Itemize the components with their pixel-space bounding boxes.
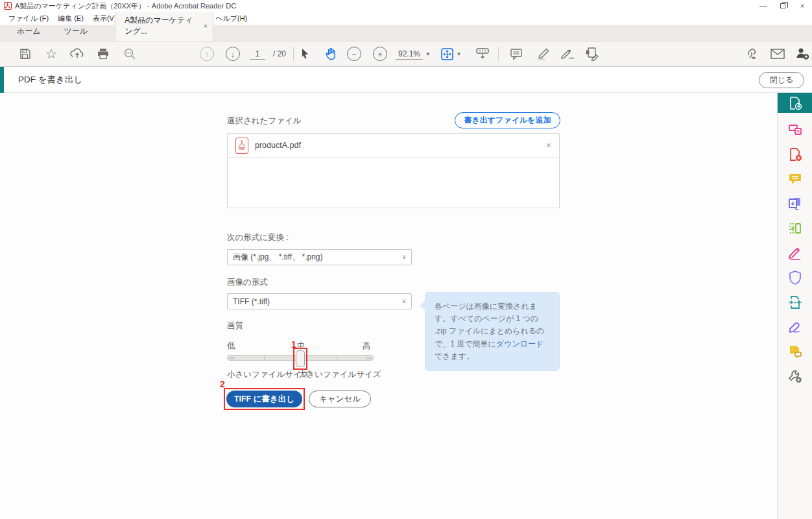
sidebar-combine-files-icon[interactable] bbox=[778, 191, 812, 216]
info-tooltip: 各ページは画像に変換されます。すべてのページが 1 つの .zip ファイルにま… bbox=[425, 292, 560, 371]
save-icon[interactable] bbox=[18, 42, 32, 66]
convert-format-label: 次の形式に変換 : bbox=[227, 232, 289, 243]
star-icon[interactable]: ☆ bbox=[43, 42, 60, 66]
panel-close-button[interactable]: 閉じる bbox=[759, 72, 804, 88]
export-pdf-panel: 選択されたファイル 書き出すファイルを追加 人PDF productA.pdf … bbox=[0, 93, 812, 519]
chevron-down-icon: ˅ bbox=[402, 298, 406, 305]
share-link-icon[interactable] bbox=[741, 42, 760, 66]
page-number-input[interactable]: 1 bbox=[248, 42, 267, 66]
cancel-button[interactable]: キャンセル bbox=[309, 391, 371, 407]
export-pdf-header: PDF を書き出し 閉じる bbox=[0, 67, 812, 93]
tab-bar: ホーム ツール A製品のマーケティング... × bbox=[0, 25, 812, 42]
zoom-level-select[interactable]: 92.1%▼ bbox=[394, 42, 432, 66]
file-row[interactable]: 人PDF productA.pdf × bbox=[228, 134, 559, 158]
image-format-select[interactable]: TIFF (*.tiff) ˅ bbox=[227, 293, 412, 309]
image-format-value: TIFF (*.tiff) bbox=[233, 297, 270, 306]
slider-low-label: 低 bbox=[227, 341, 235, 352]
highlight-icon[interactable] bbox=[534, 42, 553, 66]
minimize-button[interactable] bbox=[754, 0, 773, 12]
pdf-file-icon: 人PDF bbox=[235, 138, 248, 154]
previous-page-icon[interactable]: ↑ bbox=[199, 42, 215, 66]
step-1-highlight-rect bbox=[293, 348, 307, 370]
small-file-label: 小さいファイルサイズ bbox=[227, 369, 310, 380]
sidebar-create-pdf-icon[interactable] bbox=[778, 142, 812, 167]
tab-home[interactable]: ホーム bbox=[5, 23, 53, 41]
share-upload-icon[interactable] bbox=[69, 42, 86, 66]
close-button[interactable]: × bbox=[793, 0, 812, 12]
selected-files-label: 選択されたファイル bbox=[227, 115, 302, 127]
scrolling-mode-icon[interactable] bbox=[473, 42, 492, 66]
tools-sidebar bbox=[777, 93, 812, 519]
accent-bar bbox=[0, 67, 4, 93]
tab-close-icon[interactable]: × bbox=[204, 22, 208, 30]
sidebar-organize-pages-icon[interactable] bbox=[778, 216, 812, 241]
sidebar-comment-icon[interactable] bbox=[778, 167, 812, 191]
sign-pen-icon[interactable] bbox=[558, 42, 577, 66]
zoom-in-icon[interactable]: + bbox=[372, 42, 388, 66]
window-title: A製品のマーケティング計画（20XX年） - Adobe Acrobat Rea… bbox=[15, 1, 236, 11]
step-2-highlight-rect bbox=[224, 388, 305, 410]
add-files-button[interactable]: 書き出すファイルを追加 bbox=[455, 112, 560, 128]
sidebar-certificates-icon[interactable] bbox=[778, 315, 812, 339]
main-toolbar: ☆ ↑ ↓ 1 / 20 − + 92.1%▼ ▼ bbox=[0, 42, 812, 67]
convert-format-select[interactable]: 画像 (*.jpg、 *.tiff、 *.png) ˅ bbox=[227, 249, 412, 265]
next-page-icon[interactable]: ↓ bbox=[225, 42, 241, 66]
convert-format-value: 画像 (*.jpg、 *.tiff、 *.png) bbox=[233, 252, 323, 263]
sidebar-more-tools-icon[interactable] bbox=[778, 364, 812, 389]
chevron-down-icon: ˅ bbox=[402, 254, 406, 261]
tooltip-link-text: ダウンロード bbox=[496, 339, 543, 348]
quality-label: 画質 bbox=[227, 320, 243, 332]
fit-page-icon[interactable]: ▼ bbox=[440, 42, 462, 66]
zoom-out-icon[interactable]: − bbox=[346, 42, 362, 66]
tooltip-text-end: できます。 bbox=[435, 352, 474, 361]
sidebar-fill-sign-icon[interactable] bbox=[778, 241, 812, 265]
fill-sign-icon[interactable] bbox=[582, 42, 602, 66]
sidebar-compress-pdf-icon[interactable] bbox=[778, 290, 812, 315]
title-bar: 人 A製品のマーケティング計画（20XX年） - Adobe Acrobat R… bbox=[0, 0, 812, 12]
menu-help[interactable]: ヘルプ(H) bbox=[211, 12, 252, 25]
large-file-label: 大きいファイルサイズ bbox=[298, 369, 381, 380]
tab-tools[interactable]: ツール bbox=[53, 23, 100, 41]
hand-tool-icon[interactable] bbox=[322, 42, 340, 66]
sidebar-edit-pdf-icon[interactable] bbox=[778, 117, 812, 142]
sidebar-send-comments-icon[interactable] bbox=[778, 339, 812, 364]
email-icon[interactable] bbox=[768, 42, 787, 66]
sidebar-protect-icon[interactable] bbox=[778, 265, 812, 290]
image-format-label: 画像の形式 bbox=[227, 277, 268, 288]
page-count-label: / 20 bbox=[270, 42, 289, 66]
file-name: productA.pdf bbox=[255, 141, 546, 150]
selected-files-list: 人PDF productA.pdf × bbox=[227, 133, 560, 208]
remove-file-icon[interactable]: × bbox=[546, 140, 551, 151]
tab-document[interactable]: A製品のマーケティング... × bbox=[115, 12, 213, 41]
restore-button[interactable] bbox=[773, 0, 793, 12]
slider-high-label: 高 bbox=[363, 341, 371, 352]
acrobat-app-icon: 人 bbox=[4, 2, 12, 10]
tab-document-label: A製品のマーケティング... bbox=[125, 15, 200, 37]
select-tool-icon[interactable] bbox=[297, 42, 313, 66]
comment-icon[interactable] bbox=[507, 42, 525, 66]
sidebar-export-pdf-icon[interactable] bbox=[778, 93, 812, 113]
add-user-icon[interactable] bbox=[793, 42, 812, 66]
search-icon[interactable] bbox=[121, 42, 138, 66]
panel-title: PDF を書き出し bbox=[18, 74, 82, 86]
print-icon[interactable] bbox=[95, 42, 112, 66]
